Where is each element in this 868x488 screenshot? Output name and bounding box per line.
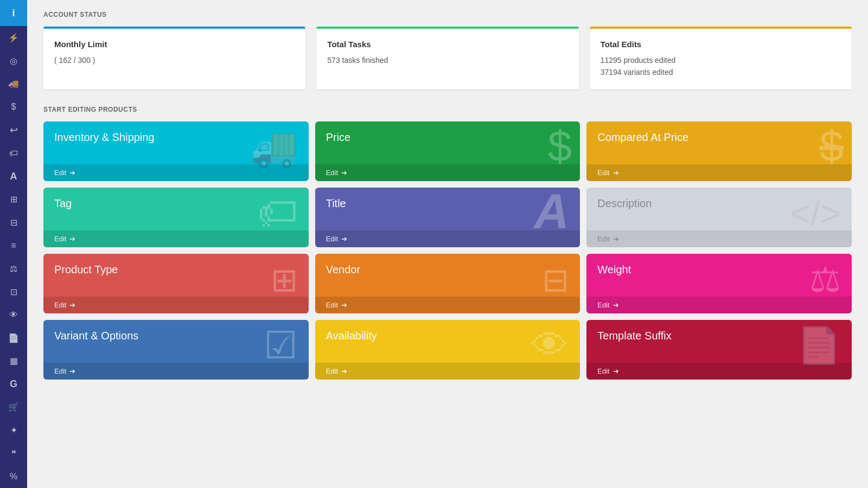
sidebar-item-quote[interactable]: ❝ xyxy=(0,442,27,465)
price-title: Price xyxy=(326,131,570,144)
total-tasks-card: Total Tasks 573 tasks finished xyxy=(316,27,578,89)
total-tasks-title: Total Tasks xyxy=(327,40,567,49)
weight-card[interactable]: Weight ⚖ Edit ➔ xyxy=(586,254,852,313)
sidebar: i ⚡ ◎ 🚚 $ ↩ 🏷 A ⊞ ⊟ ≡ ⚖ ⊡ 👁 📄 ▦ G 🛒 ✦ ❝ … xyxy=(0,0,27,488)
sidebar-item-file[interactable]: 📄 xyxy=(0,326,27,350)
tag-title: Tag xyxy=(54,197,298,210)
template-suffix-title: Template Suffix xyxy=(597,330,841,342)
sidebar-item-dollar[interactable]: $ xyxy=(0,95,27,119)
title-card-title: Title xyxy=(326,197,570,210)
compared-price-edit-label: Edit xyxy=(597,169,609,177)
sidebar-item-info[interactable]: i xyxy=(0,0,27,26)
tag-edit-label: Edit xyxy=(54,235,66,243)
monthly-limit-card: Monthly Limit ( 162 / 300 ) xyxy=(43,27,305,89)
price-footer[interactable]: Edit ➔ xyxy=(315,164,580,181)
tag-card[interactable]: Tag 🏷 Edit ➔ xyxy=(43,188,309,247)
template-suffix-edit-label: Edit xyxy=(597,367,609,375)
compared-price-footer[interactable]: Edit ➔ xyxy=(586,164,852,181)
compared-price-icon: $ xyxy=(819,121,844,171)
sidebar-item-scale[interactable]: ⚖ xyxy=(0,257,27,280)
variant-card[interactable]: Variant & Options ☑ Edit ➔ xyxy=(43,320,309,380)
account-status-header: ACCOUNT STATUS xyxy=(43,11,852,18)
title-arrow: ➔ xyxy=(341,235,347,243)
vendor-arrow: ➔ xyxy=(341,301,347,309)
weight-title: Weight xyxy=(597,264,841,276)
variant-arrow: ➔ xyxy=(69,367,75,375)
inventory-shipping-arrow: ➔ xyxy=(69,169,75,177)
title-edit-label: Edit xyxy=(326,235,338,243)
main-content: ACCOUNT STATUS Monthly Limit ( 162 / 300… xyxy=(27,0,868,488)
description-title: Description xyxy=(597,197,841,210)
variant-title: Variant & Options xyxy=(54,330,298,342)
total-edits-line2: 37194 variants edited xyxy=(601,66,841,78)
total-tasks-value: 573 tasks finished xyxy=(327,54,567,66)
tag-icon: 🏷 xyxy=(257,189,298,236)
availability-arrow: ➔ xyxy=(341,367,347,375)
inventory-shipping-card[interactable]: Inventory & Shipping 🚚 Edit ➔ xyxy=(43,121,309,181)
sidebar-item-cart[interactable]: 🛒 xyxy=(0,396,27,419)
monthly-limit-title: Monthly Limit xyxy=(54,40,295,49)
sidebar-item-grid[interactable]: ⊞ xyxy=(0,188,27,211)
template-suffix-card[interactable]: Template Suffix 📄 Edit ➔ xyxy=(586,320,852,380)
vendor-card[interactable]: Vendor ⊟ Edit ➔ xyxy=(315,254,580,313)
vendor-title: Vendor xyxy=(326,264,570,276)
status-cards: Monthly Limit ( 162 / 300 ) Total Tasks … xyxy=(43,27,852,89)
compared-price-title: Compared At Price xyxy=(597,131,841,144)
product-type-arrow: ➔ xyxy=(69,301,75,309)
price-arrow: ➔ xyxy=(341,169,347,177)
price-icon: $ xyxy=(548,121,572,171)
sidebar-item-target[interactable]: ◎ xyxy=(0,49,27,73)
product-type-title: Product Type xyxy=(54,264,298,276)
total-edits-line1: 11295 products edited xyxy=(601,54,841,66)
sidebar-item-barcode[interactable]: ▦ xyxy=(0,349,27,373)
title-card[interactable]: Title A Edit ➔ xyxy=(315,188,580,247)
sidebar-item-list[interactable]: ≡ xyxy=(0,234,27,258)
vendor-edit-label: Edit xyxy=(326,301,338,309)
title-icon: A xyxy=(534,188,569,240)
sidebar-item-truck[interactable]: 🚚 xyxy=(0,73,27,96)
product-type-edit-label: Edit xyxy=(54,301,66,309)
description-edit-label: Edit xyxy=(597,235,609,243)
sidebar-item-return[interactable]: ↩ xyxy=(0,119,27,142)
product-grid: Inventory & Shipping 🚚 Edit ➔ Price $ Ed… xyxy=(43,121,852,380)
weight-edit-label: Edit xyxy=(597,301,609,309)
vendor-footer[interactable]: Edit ➔ xyxy=(315,297,580,313)
template-suffix-arrow: ➔ xyxy=(613,367,619,375)
monthly-limit-value: ( 162 / 300 ) xyxy=(54,54,295,66)
weight-arrow: ➔ xyxy=(613,301,619,309)
description-arrow: ➔ xyxy=(613,235,619,243)
compared-price-card[interactable]: Compared At Price $ Edit ➔ xyxy=(586,121,852,181)
sidebar-item-grid2[interactable]: ⊟ xyxy=(0,211,27,234)
sidebar-item-tag[interactable]: 🏷 xyxy=(0,142,27,165)
sidebar-item-box[interactable]: ⊡ xyxy=(0,280,27,304)
product-type-footer[interactable]: Edit ➔ xyxy=(43,297,309,313)
price-edit-label: Edit xyxy=(326,169,338,177)
product-type-card[interactable]: Product Type ⊞ Edit ➔ xyxy=(43,254,309,313)
sidebar-item-text[interactable]: A xyxy=(0,165,27,188)
total-edits-card: Total Edits 11295 products edited 37194 … xyxy=(590,27,852,89)
tag-arrow: ➔ xyxy=(69,235,75,243)
editing-header: START EDITING PRODUCTS xyxy=(43,106,852,113)
variant-edit-label: Edit xyxy=(54,367,66,375)
sidebar-item-flash[interactable]: ⚡ xyxy=(0,26,27,49)
sidebar-item-percent[interactable]: % xyxy=(0,465,27,488)
sidebar-item-sparkle[interactable]: ✦ xyxy=(0,419,27,442)
inventory-shipping-title: Inventory & Shipping xyxy=(54,131,298,144)
inventory-shipping-edit-label: Edit xyxy=(54,169,66,177)
availability-card[interactable]: Availability 👁 Edit ➔ xyxy=(315,320,580,380)
sidebar-item-g[interactable]: G xyxy=(0,373,27,396)
availability-title: Availability xyxy=(326,330,570,342)
sidebar-item-eye[interactable]: 👁 xyxy=(0,303,27,326)
availability-edit-label: Edit xyxy=(326,367,338,375)
price-card[interactable]: Price $ Edit ➔ xyxy=(315,121,580,181)
description-card[interactable]: Description </> Edit ➔ xyxy=(586,188,852,247)
total-edits-title: Total Edits xyxy=(601,40,841,49)
compared-price-arrow: ➔ xyxy=(613,169,619,177)
